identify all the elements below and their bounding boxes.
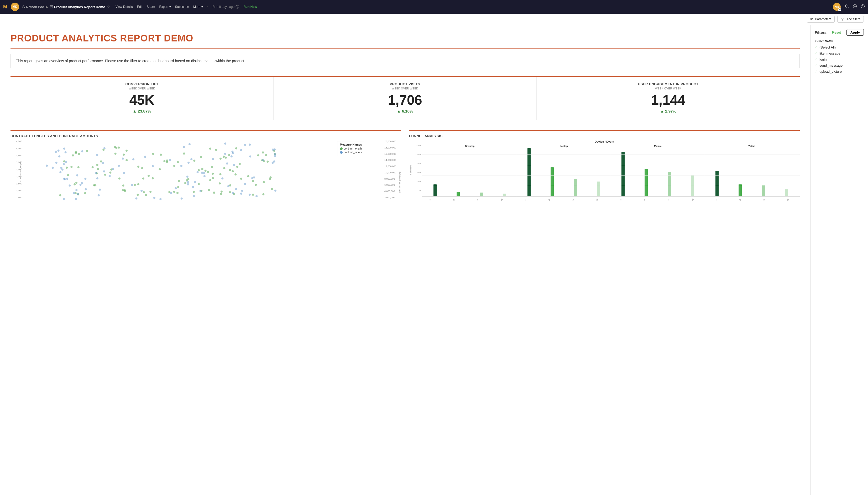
svg-point-197 — [232, 152, 234, 154]
svg-point-217 — [224, 142, 226, 144]
svg-point-102 — [70, 166, 72, 168]
bar-tablet-er — [716, 171, 719, 196]
share-link[interactable]: Share — [147, 5, 155, 8]
svg-point-160 — [180, 165, 182, 167]
report-breadcrumb[interactable]: Product Analytics Report Demo — [50, 5, 105, 9]
subscribe-link[interactable]: Subscribe — [175, 5, 189, 8]
svg-point-149 — [192, 186, 194, 188]
edit-link[interactable]: Edit — [137, 5, 143, 8]
report-title: PRODUCT ANALYTICS REPORT DEMO — [11, 33, 800, 44]
svg-point-120 — [122, 184, 124, 187]
svg-point-198 — [109, 175, 111, 177]
svg-point-206 — [55, 161, 58, 164]
svg-point-99 — [75, 182, 78, 184]
svg-point-168 — [240, 192, 242, 195]
filter-label-send-message: send_message — [819, 64, 842, 67]
svg-point-48 — [97, 168, 99, 170]
filter-check-upload-picture: ✓ — [815, 70, 817, 73]
svg-point-215 — [249, 193, 251, 196]
svg-point-87 — [215, 149, 217, 151]
svg-point-230 — [144, 156, 146, 158]
add-icon[interactable] — [853, 4, 857, 10]
svg-point-29 — [177, 186, 179, 188]
scatter-y-label: SUM(contract_length) — [19, 161, 22, 182]
svg-text:i: i — [237, 6, 238, 8]
svg-point-17 — [209, 179, 211, 181]
filter-item-like-message[interactable]: ✓ like_message — [815, 51, 864, 55]
svg-point-224 — [59, 171, 62, 173]
hide-filters-button[interactable]: Hide filters — [837, 16, 864, 22]
legend-title: Measure Names — [340, 143, 362, 146]
funnel-chart-title: FUNNEL ANALYSIS — [409, 131, 800, 140]
svg-point-56 — [142, 177, 144, 180]
svg-point-191 — [152, 165, 154, 167]
more-link[interactable]: More ▾ — [193, 5, 203, 8]
export-link[interactable]: Export ▾ — [159, 5, 171, 8]
view-details-link[interactable]: View Details — [116, 5, 133, 8]
bar-mobile-all — [644, 169, 648, 196]
svg-point-221 — [187, 181, 189, 183]
run-now-button[interactable]: Run Now — [243, 5, 257, 8]
user-icon — [22, 5, 25, 8]
kpi-engagement-sublabel: WEEK OVER WEEK — [543, 87, 793, 90]
filter-item-upload-picture[interactable]: ✓ upload_picture — [815, 69, 864, 73]
bar-laptop-lo — [574, 178, 577, 196]
filter-label-like-message: like_message — [819, 51, 840, 55]
filter-item-login[interactable]: ✓ login — [815, 57, 864, 62]
favorite-star[interactable]: ☆ — [107, 5, 110, 9]
search-icon[interactable] — [845, 4, 849, 10]
svg-point-65 — [177, 161, 179, 163]
svg-point-101 — [208, 189, 210, 191]
kpi-product-visits: PRODUCT VISITS WEEK OVER WEEK 1,706 ▲ 6.… — [274, 77, 537, 120]
svg-point-61 — [220, 190, 223, 192]
funnel-chart-section: FUNNEL ANALYSIS Device / Event # of User… — [409, 130, 800, 208]
bar-desktop-all — [457, 192, 460, 196]
top-nav: M MD Nathan Bao ▶ Product Analytics Repo… — [0, 0, 868, 14]
help-icon[interactable]: ? — [861, 4, 865, 10]
filters-apply-button[interactable]: Apply — [847, 29, 864, 36]
kpi-engagement-value: 1,144 — [543, 93, 793, 107]
filter-item-send-message[interactable]: ✓ send_message — [815, 64, 864, 67]
svg-point-49 — [63, 160, 65, 163]
svg-point-233 — [190, 158, 193, 160]
report-description: This report gives an overview of product… — [11, 54, 800, 68]
user-name[interactable]: Nathan Bao — [22, 5, 44, 9]
bar-desktop-lo — [480, 192, 483, 196]
grid-line-500 — [422, 186, 800, 186]
svg-point-114 — [59, 194, 61, 197]
svg-point-121 — [122, 154, 125, 156]
svg-point-208 — [249, 155, 251, 157]
svg-point-41 — [109, 172, 111, 174]
svg-point-140 — [84, 177, 86, 180]
svg-point-37 — [86, 150, 88, 152]
svg-point-177 — [60, 167, 63, 169]
svg-point-64 — [262, 151, 264, 153]
svg-point-137 — [170, 192, 172, 194]
svg-point-213 — [135, 197, 137, 199]
filter-section-event-name: EVENT NAME — [815, 40, 864, 43]
legend-item-contract-length: contract_length — [340, 147, 362, 150]
device-group-tablet: Tablet — [705, 144, 799, 197]
svg-point-171 — [46, 165, 48, 167]
svg-point-180 — [226, 163, 228, 165]
filter-item-select-all[interactable]: ✓ (Select All) — [815, 45, 864, 49]
svg-point-200 — [194, 181, 196, 183]
scatter-right-y-label: SUM(contract_amount) — [399, 172, 401, 193]
filters-header: Filters Reset Apply — [815, 29, 864, 36]
filters-reset-link[interactable]: Reset — [832, 31, 841, 34]
svg-point-77 — [159, 168, 161, 170]
bar-laptop-er — [527, 148, 530, 196]
svg-point-47 — [263, 181, 265, 183]
nav-user-avatar[interactable]: NB ✏ — [833, 3, 841, 11]
svg-point-219 — [96, 154, 98, 156]
svg-point-95 — [166, 161, 168, 163]
svg-point-184 — [99, 189, 101, 191]
kpi-visits-value: 1,706 — [280, 93, 530, 107]
filter-icon — [841, 18, 844, 21]
svg-point-133 — [177, 192, 179, 194]
svg-point-106 — [137, 166, 140, 168]
bars-row-mobile — [611, 148, 705, 197]
parameters-button[interactable]: Parameters — [807, 16, 835, 22]
user-avatar[interactable]: MD — [11, 3, 19, 11]
svg-point-42 — [198, 183, 200, 185]
